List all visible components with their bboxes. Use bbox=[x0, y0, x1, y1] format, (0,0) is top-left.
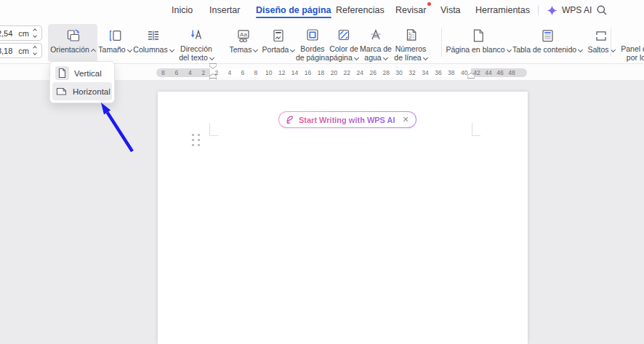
first-line-indent-marker[interactable] bbox=[209, 63, 217, 69]
menu-bar: Inicio Insertar Diseño de página Referen… bbox=[0, 0, 644, 20]
themes-button[interactable]: Aa Temas bbox=[226, 24, 261, 62]
ruler-number: 12 bbox=[275, 68, 289, 77]
margin-top-input[interactable]: 2,54 cm bbox=[0, 25, 42, 41]
notification-dot bbox=[427, 2, 431, 6]
margin-bottom-input[interactable]: 3,18 cm bbox=[0, 43, 42, 58]
ruler-number: 20 bbox=[327, 68, 340, 77]
ruler-number: 24 bbox=[353, 68, 366, 77]
stepper[interactable] bbox=[31, 29, 39, 37]
menu-item-label: Vertical bbox=[74, 69, 102, 78]
ai-pill-label: Start Writing with WPS AI bbox=[299, 116, 395, 124]
ruler-number: 26 bbox=[366, 68, 379, 77]
page-color-icon bbox=[336, 27, 352, 43]
annotation-arrow bbox=[92, 96, 142, 157]
tab-inicio[interactable]: Inicio bbox=[172, 0, 193, 20]
divider bbox=[611, 28, 611, 57]
line-numbers-button[interactable]: 1 2 Números de línea bbox=[390, 24, 432, 62]
menu-item-label: Horizontal bbox=[73, 87, 110, 96]
wps-writer-window: Inicio Insertar Diseño de página Referen… bbox=[0, 0, 644, 344]
ruler-number: 48 bbox=[506, 68, 518, 77]
pen-icon bbox=[285, 115, 294, 124]
chevron-down-icon bbox=[423, 55, 428, 60]
wps-ai-button[interactable]: WPS AI bbox=[547, 0, 592, 20]
ruler-number: 38 bbox=[445, 68, 458, 77]
line-numbers-icon: 1 2 bbox=[403, 27, 419, 43]
chevron-down-icon bbox=[209, 55, 214, 60]
tab-vista[interactable]: Vista bbox=[440, 0, 461, 20]
text-boundary-corner-left bbox=[209, 123, 218, 136]
close-icon[interactable]: ✕ bbox=[403, 115, 409, 124]
ruler-number: 2 bbox=[197, 68, 211, 77]
svg-text:2: 2 bbox=[408, 36, 411, 40]
breaks-button[interactable]: Saltos bbox=[584, 24, 619, 62]
cover-page-icon bbox=[270, 28, 286, 44]
table-of-contents-button[interactable]: Tabla de contenido bbox=[511, 24, 584, 62]
columns-icon bbox=[145, 28, 161, 44]
ribbon-toolbar: 2,54 cm 3,18 cm Orientación Tama bbox=[0, 20, 644, 64]
step-up-icon[interactable] bbox=[33, 28, 37, 33]
themes-icon: Aa bbox=[236, 28, 251, 44]
chevron-down-icon bbox=[127, 47, 132, 52]
ai-sparkle-icon bbox=[547, 5, 558, 16]
svg-text:Aa: Aa bbox=[240, 31, 247, 37]
ruler-number: 10 bbox=[262, 68, 275, 77]
ruler-number: 44 bbox=[483, 68, 494, 77]
ruler-left-margin: 8642 bbox=[156, 68, 210, 77]
divider bbox=[441, 28, 442, 57]
page-size-icon bbox=[107, 28, 123, 44]
page-borders-icon bbox=[305, 27, 321, 43]
text-direction-icon bbox=[188, 27, 204, 43]
chevron-down-icon bbox=[253, 47, 258, 52]
step-up-icon[interactable] bbox=[33, 46, 37, 50]
unit-label: cm bbox=[18, 47, 29, 55]
stepper[interactable] bbox=[31, 47, 39, 55]
ruler-number: 22 bbox=[340, 68, 353, 77]
ruler-number: 32 bbox=[406, 68, 419, 77]
paragraph-drag-handle[interactable] bbox=[192, 134, 200, 146]
ruler-right-margin: 42444648 bbox=[471, 68, 527, 77]
table-of-contents-icon bbox=[539, 28, 555, 44]
ruler-number: 36 bbox=[432, 68, 445, 77]
tab-diseno-de-pagina[interactable]: Diseño de página bbox=[256, 0, 331, 20]
chevron-down-icon bbox=[383, 55, 388, 60]
divider bbox=[538, 5, 539, 15]
margin-value[interactable]: 2,54 bbox=[0, 29, 12, 38]
ruler-number: 6 bbox=[170, 68, 184, 77]
orientation-button[interactable]: Orientación bbox=[48, 24, 97, 62]
orientation-icon bbox=[65, 28, 81, 44]
ruler-number: 14 bbox=[289, 68, 302, 77]
chevron-up-icon bbox=[91, 49, 96, 54]
panel-button[interactable]: Panel de por lo bbox=[614, 24, 644, 62]
ruler-number: 46 bbox=[494, 68, 506, 77]
text-direction-button[interactable]: Dirección del texto bbox=[173, 24, 220, 62]
breaks-icon bbox=[593, 28, 609, 44]
tab-referencias[interactable]: Referencias bbox=[336, 0, 385, 20]
ruler-number: 30 bbox=[393, 68, 406, 77]
chevron-down-icon bbox=[578, 47, 583, 52]
ruler-number: 4 bbox=[223, 68, 236, 77]
tab-insertar[interactable]: Insertar bbox=[209, 0, 240, 20]
ruler-number: 6 bbox=[236, 68, 249, 77]
unit-label: cm bbox=[18, 29, 29, 38]
step-down-icon[interactable] bbox=[33, 33, 37, 38]
margin-value[interactable]: 3,18 bbox=[0, 47, 12, 55]
text-boundary-corner-right bbox=[472, 123, 480, 136]
watermark-icon bbox=[368, 27, 384, 43]
right-indent-marker[interactable] bbox=[467, 73, 475, 79]
search-icon[interactable] bbox=[596, 4, 608, 16]
tab-herramientas[interactable]: Herramientas bbox=[475, 0, 530, 20]
ruler-number: 18 bbox=[315, 68, 328, 77]
ruler-number: 16 bbox=[302, 68, 315, 77]
menu-item-vertical[interactable]: Vertical bbox=[52, 64, 112, 82]
ruler-number: 34 bbox=[419, 68, 432, 77]
ruler-number: 28 bbox=[379, 68, 393, 77]
blank-page-button[interactable]: Página en blanco bbox=[445, 24, 512, 62]
page-size-button[interactable]: Tamaño bbox=[96, 24, 134, 62]
tab-revisar[interactable]: Revisar bbox=[395, 0, 426, 20]
ruler-text-area: 246810121416182022242628303234363840 bbox=[210, 68, 471, 77]
cover-page-button[interactable]: Portada bbox=[259, 24, 297, 62]
ruler-number: 8 bbox=[156, 68, 170, 77]
columns-button[interactable]: Columnas bbox=[133, 24, 174, 62]
step-down-icon[interactable] bbox=[33, 51, 37, 55]
wps-ai-writing-pill[interactable]: Start Writing with WPS AI ✕ bbox=[278, 111, 416, 128]
